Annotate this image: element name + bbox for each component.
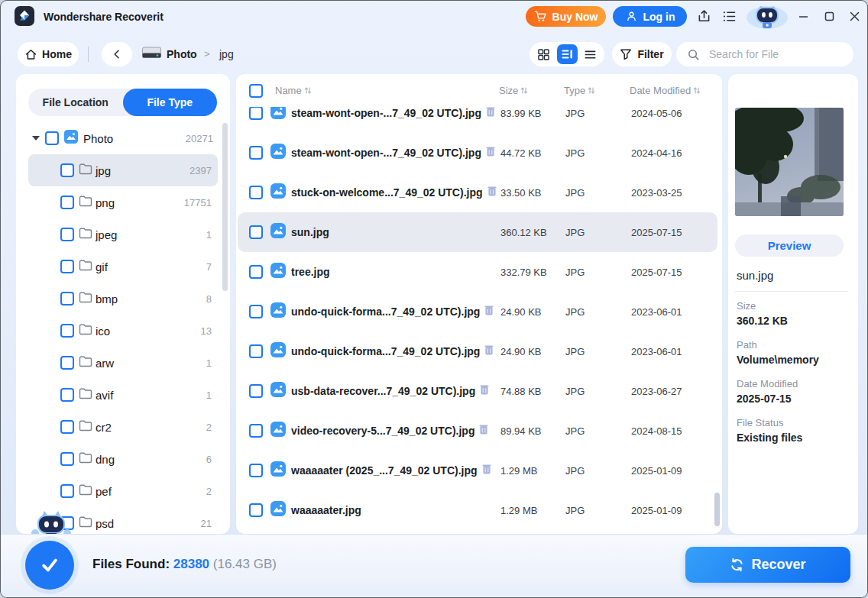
sidebar-item[interactable]: ico 13 xyxy=(28,315,218,347)
column-type[interactable]: Type xyxy=(564,85,595,96)
check-circle-icon xyxy=(25,541,74,590)
toolbar-divider xyxy=(88,47,89,62)
drive-icon xyxy=(141,45,162,64)
item-checkbox[interactable] xyxy=(60,356,74,370)
file-row[interactable]: video-recovery-5...7_49_02 UTC).jpg 89.9… xyxy=(238,411,717,451)
trash-icon xyxy=(482,464,491,477)
item-checkbox[interactable] xyxy=(60,228,74,241)
file-row[interactable]: undo-quick-forma...7_49_02 UTC).jpg 24.9… xyxy=(238,331,717,371)
preview-thumbnail[interactable] xyxy=(735,108,844,216)
sidebar-item[interactable]: arw 1 xyxy=(28,347,218,379)
sidebar-item-label: bmp xyxy=(96,293,118,305)
row-checkbox[interactable] xyxy=(249,384,263,398)
row-checkbox[interactable] xyxy=(249,305,263,318)
item-checkbox[interactable] xyxy=(60,163,74,177)
sidebar-item[interactable]: jpg 2397 xyxy=(28,154,218,186)
file-date: 2023-06-27 xyxy=(631,386,682,397)
back-button[interactable] xyxy=(102,42,132,66)
recover-button[interactable]: Recover xyxy=(685,547,850,583)
search-box[interactable] xyxy=(676,42,853,66)
log-in-button[interactable]: Log in xyxy=(613,6,687,27)
files-found-size: (16.43 GB) xyxy=(213,557,277,571)
photo-checkbox[interactable] xyxy=(45,131,59,145)
file-row[interactable]: sun.jpg 360.12 KB JPG 2025-07-15 xyxy=(238,212,717,252)
sidebar-item[interactable]: gif 7 xyxy=(28,251,218,283)
maximize-icon[interactable] xyxy=(819,7,839,25)
minimize-icon[interactable] xyxy=(793,7,813,25)
export-icon[interactable] xyxy=(695,7,713,25)
sidebar-item[interactable]: bmp 8 xyxy=(28,283,218,315)
filter-button[interactable]: Filter xyxy=(612,42,672,66)
file-row[interactable]: waaaaater.jpg 1.29 MB JPG 2025-01-09 xyxy=(238,490,717,530)
file-date: 2025-07-15 xyxy=(631,267,682,278)
navigation-toolbar: Home Photo > jpg xyxy=(1,37,867,71)
sidebar-item[interactable]: cr2 2 xyxy=(28,411,218,443)
robot-mascot-icon[interactable] xyxy=(746,7,789,25)
row-checkbox[interactable] xyxy=(249,265,263,279)
tree-root-photo[interactable]: Photo 20271 xyxy=(16,122,230,154)
app-title: Wondershare Recoverit xyxy=(44,11,164,23)
item-checkbox[interactable] xyxy=(60,420,74,434)
item-checkbox[interactable] xyxy=(60,388,74,402)
tab-file-location[interactable]: File Location xyxy=(28,89,123,116)
sidebar-item[interactable]: avif 1 xyxy=(28,379,218,411)
breadcrumb-root[interactable]: Photo xyxy=(167,48,197,60)
image-file-icon xyxy=(270,183,287,202)
buy-now-button[interactable]: Buy Now xyxy=(526,6,606,27)
search-input[interactable] xyxy=(708,47,837,61)
item-checkbox[interactable] xyxy=(60,452,74,466)
task-list-icon[interactable] xyxy=(720,7,738,25)
select-all-checkbox[interactable] xyxy=(249,84,263,98)
sidebar-item[interactable]: png 17751 xyxy=(28,186,218,218)
row-checkbox[interactable] xyxy=(249,106,263,120)
file-type: JPG xyxy=(565,346,585,357)
folder-icon xyxy=(79,387,92,402)
home-button[interactable]: Home xyxy=(18,42,79,66)
file-size: 24.90 KB xyxy=(500,306,542,318)
file-list-scrollbar[interactable] xyxy=(714,493,720,526)
list-view-icon[interactable] xyxy=(580,44,601,64)
row-checkbox[interactable] xyxy=(249,424,263,438)
column-name[interactable]: Name xyxy=(275,85,312,96)
row-checkbox[interactable] xyxy=(249,344,263,358)
files-found-count: 28380 xyxy=(173,557,209,571)
file-type: JPG xyxy=(565,306,585,318)
detail-view-icon[interactable] xyxy=(557,44,578,64)
file-type: JPG xyxy=(565,465,585,477)
item-checkbox[interactable] xyxy=(60,484,74,498)
item-checkbox[interactable] xyxy=(60,324,74,338)
row-checkbox[interactable] xyxy=(249,186,263,199)
detail-pair: File Status Existing files xyxy=(737,417,852,444)
row-checkbox[interactable] xyxy=(249,146,263,160)
file-row[interactable]: usb-data-recover...7_49_02 UTC).jpg 74.8… xyxy=(238,371,717,411)
file-row[interactable]: steam-wont-open-...7_49_02 UTC).jpg 44.7… xyxy=(238,133,717,173)
sidebar-item[interactable]: pef 2 xyxy=(28,475,218,507)
row-checkbox[interactable] xyxy=(249,503,263,517)
user-icon xyxy=(625,10,638,23)
file-row[interactable]: tree.jpg 332.79 KB JPG 2025-07-15 xyxy=(238,252,717,292)
sidebar-item[interactable]: dng 6 xyxy=(28,443,218,475)
image-file-icon xyxy=(270,500,287,520)
item-checkbox[interactable] xyxy=(60,292,74,305)
breadcrumb-leaf[interactable]: jpg xyxy=(219,48,234,60)
tab-file-type[interactable]: File Type xyxy=(123,89,218,116)
close-icon[interactable] xyxy=(844,7,864,25)
sidebar-item-count: 2397 xyxy=(189,165,212,176)
preview-button[interactable]: Preview xyxy=(735,234,844,257)
item-checkbox[interactable] xyxy=(60,260,74,273)
grid-view-icon[interactable] xyxy=(533,44,554,64)
file-name: undo-quick-forma...7_49_02 UTC).jpg xyxy=(291,305,480,318)
row-checkbox[interactable] xyxy=(249,464,263,477)
item-checkbox[interactable] xyxy=(60,196,74,209)
row-checkbox[interactable] xyxy=(249,225,263,239)
sidebar-scrollbar[interactable] xyxy=(222,123,228,291)
column-size[interactable]: Size xyxy=(499,85,528,96)
column-date-modified[interactable]: Date Modified xyxy=(630,85,701,96)
sidebar-item[interactable]: jpeg 1 xyxy=(28,218,218,251)
file-row[interactable]: undo-quick-forma...7_49_02 UTC).jpg 24.9… xyxy=(238,292,717,331)
file-row[interactable]: stuck-on-welcome...7_49_02 UTC).jpg 33.5… xyxy=(238,173,717,212)
file-size: 1.29 MB xyxy=(500,465,537,477)
caret-down-icon[interactable] xyxy=(32,136,40,141)
file-row[interactable]: waaaaater (2025_...7_49_02 UTC).jpg 1.29… xyxy=(238,451,717,490)
sidebar-item-label: gif xyxy=(96,260,108,273)
